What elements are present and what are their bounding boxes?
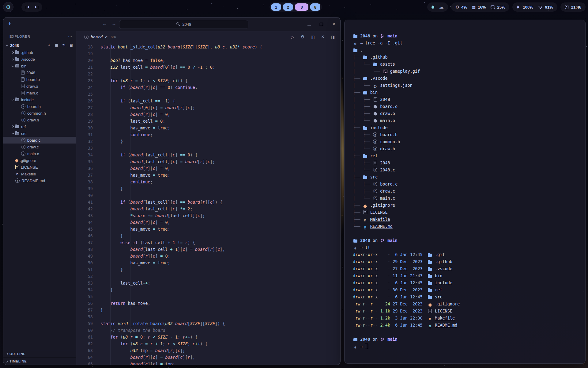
line-number: 59 bbox=[76, 321, 93, 326]
code-line: 39 } bbox=[76, 185, 340, 192]
explorer-item-Makefile[interactable]: Makefile bbox=[3, 171, 76, 177]
terminal-line: drwxr-xr-x - 30 Dec 2023 ref bbox=[353, 287, 580, 294]
chevron-down-icon[interactable] bbox=[10, 133, 15, 134]
new-folder-icon[interactable]: ⊞ bbox=[54, 43, 59, 48]
media-prev-button[interactable] bbox=[24, 4, 31, 10]
close-window-button[interactable]: × bbox=[332, 22, 336, 26]
nav-back-button[interactable]: ← bbox=[101, 21, 108, 26]
media-next-button[interactable] bbox=[33, 4, 40, 10]
chevron-right-icon[interactable] bbox=[10, 126, 15, 128]
explorer-item-.github[interactable]: .github bbox=[3, 49, 76, 56]
explorer-item-include[interactable]: include bbox=[3, 96, 76, 103]
code-line: 22 bbox=[76, 71, 340, 77]
line-number: 58 bbox=[76, 314, 93, 319]
terminal-line: │ └── main.o bbox=[353, 118, 580, 125]
panel-outline[interactable]: OUTLINE bbox=[3, 350, 76, 357]
explorer-tree: .github.vscodebin2048board.odraw.omain.o… bbox=[3, 49, 76, 184]
minimize-button[interactable] bbox=[307, 23, 311, 25]
explorer-item-main.o[interactable]: main.o bbox=[3, 90, 76, 96]
explorer-item-board.o[interactable]: board.o bbox=[3, 76, 76, 83]
module-weather[interactable] bbox=[427, 2, 448, 12]
terminal-line: ├── .gitignore bbox=[353, 203, 580, 210]
explorer-item-bin[interactable]: bin bbox=[3, 63, 76, 69]
explorer-item-README.md[interactable]: README.md bbox=[3, 177, 76, 184]
c-icon bbox=[373, 196, 378, 200]
explorer-item-draw.h[interactable]: draw.h bbox=[3, 117, 76, 123]
nav-forward-button[interactable]: → bbox=[111, 21, 117, 26]
explorer-item-.gitignore[interactable]: .gitignore bbox=[3, 157, 76, 164]
panel-timeline[interactable]: TIMELINE bbox=[3, 357, 76, 365]
launcher-logo-button[interactable] bbox=[3, 2, 13, 12]
line-number: 30 bbox=[76, 125, 93, 130]
module-audio-network[interactable]: 100%91% bbox=[512, 2, 557, 12]
explorer-item-main.c[interactable]: main.c bbox=[3, 150, 76, 157]
prev-icon bbox=[26, 6, 29, 9]
line-number: 22 bbox=[76, 71, 93, 76]
chevron-down-icon[interactable] bbox=[5, 45, 9, 46]
module-system-stats[interactable]: 4%16%25% bbox=[451, 2, 510, 12]
search-icon bbox=[176, 22, 180, 26]
code-editor[interactable]: 18static bool _slide_col(u32 board[SIZE]… bbox=[76, 42, 340, 365]
explorer-panels: OUTLINETIMELINE bbox=[3, 350, 76, 365]
collapse-all-icon[interactable]: ⊟ bbox=[69, 43, 74, 48]
chevron-down-icon[interactable] bbox=[10, 99, 15, 100]
explorer-item-board.c[interactable]: board.c bbox=[3, 137, 76, 144]
explorer-root[interactable]: 2048 +⊞↻⊟ bbox=[3, 42, 76, 49]
make-icon bbox=[363, 218, 368, 222]
terminal-line bbox=[353, 330, 580, 337]
terminal-line: → bbox=[353, 344, 580, 351]
folder-icon bbox=[353, 338, 358, 341]
workspace-2[interactable]: 2 bbox=[283, 3, 293, 11]
folder-icon bbox=[15, 125, 19, 128]
split-icon[interactable] bbox=[310, 34, 315, 39]
explorer-item-label: Makefile bbox=[21, 172, 36, 176]
line-number: 52 bbox=[76, 274, 93, 279]
explorer-item-LICENSE[interactable]: LICENSE bbox=[3, 164, 76, 171]
terminal-line: │ └── draw.h bbox=[353, 146, 580, 153]
system-stats-item: 16% bbox=[472, 5, 486, 10]
editor-window[interactable]: ← → 2048 × EXPLORER ⋯ 2048 +⊞↻⊟ .github.… bbox=[3, 17, 341, 365]
explorer-item-label: board.o bbox=[26, 77, 40, 82]
chevron-down-icon[interactable] bbox=[10, 66, 15, 67]
gear-icon[interactable] bbox=[300, 34, 305, 39]
explorer-item-draw.c[interactable]: draw.c bbox=[3, 144, 76, 150]
new-file-icon[interactable]: + bbox=[47, 43, 51, 48]
c-icon bbox=[373, 182, 378, 186]
workspace-3[interactable]: 3 bbox=[295, 3, 308, 11]
line-number: 20 bbox=[76, 58, 93, 63]
line-number: 60 bbox=[76, 328, 93, 333]
terminal-line: │ └── 2048.c bbox=[353, 167, 580, 174]
maximize-button[interactable] bbox=[320, 23, 323, 26]
explorer-item-board.h[interactable]: board.h bbox=[3, 103, 76, 110]
command-center-search[interactable]: 2048 bbox=[119, 20, 248, 29]
terminal-line: .rw-r--r-- 2.4k 6 Jan 12:45 README.md bbox=[353, 323, 580, 330]
explorer-item-src[interactable]: src bbox=[3, 130, 76, 137]
explorer-item-label: .gitignore bbox=[20, 158, 36, 163]
line-number: 36 bbox=[76, 166, 93, 171]
explorer-more-icon[interactable]: ⋯ bbox=[68, 34, 72, 39]
terminal-window[interactable]: 2048 on main → tree -a -I .git .├── .git… bbox=[344, 20, 586, 364]
layout-icon[interactable] bbox=[330, 34, 335, 39]
memory-value: 16% bbox=[478, 5, 486, 10]
snow-icon bbox=[353, 247, 358, 250]
tab-board.c[interactable]: board.c src bbox=[84, 35, 116, 39]
line-number: 28 bbox=[76, 112, 93, 117]
editor-titlebar[interactable]: ← → 2048 × bbox=[3, 17, 340, 31]
refresh-icon[interactable]: ↻ bbox=[62, 43, 66, 48]
explorer-item-.vscode[interactable]: .vscode bbox=[3, 56, 76, 63]
clock-item: 21:46 bbox=[565, 5, 581, 10]
explorer-item-2048[interactable]: 2048 bbox=[3, 69, 76, 76]
explorer-item-draw.o[interactable]: draw.o bbox=[3, 83, 76, 90]
module-clock[interactable]: 21:46 bbox=[560, 2, 586, 12]
close-icon[interactable] bbox=[320, 34, 325, 39]
explorer-item-ref[interactable]: ref bbox=[3, 123, 76, 130]
chevron-right-icon[interactable] bbox=[10, 58, 15, 60]
explorer-item-common.h[interactable]: common.h bbox=[3, 110, 76, 117]
tab-context: src bbox=[111, 35, 116, 39]
terminal-line: .rw-r--r-- 24 27 Dec 2023 .gitignore bbox=[353, 301, 580, 309]
chevron-right-icon[interactable] bbox=[10, 52, 15, 53]
workspace-1[interactable]: 1 bbox=[271, 3, 281, 11]
run-icon[interactable] bbox=[290, 34, 295, 39]
code-line: 53 last_cell++; bbox=[76, 280, 340, 286]
workspace-8[interactable]: 8 bbox=[310, 3, 320, 11]
